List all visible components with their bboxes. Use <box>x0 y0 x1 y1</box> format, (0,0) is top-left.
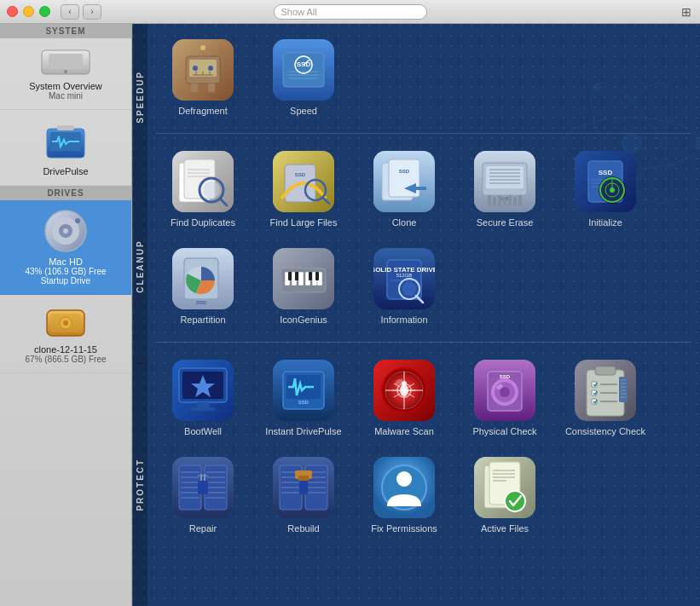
svg-rect-101 <box>288 272 292 280</box>
svg-rect-104 <box>315 272 319 280</box>
svg-rect-117 <box>196 402 210 407</box>
instant-drivepulse-icon[interactable]: SSD Instant DrivePulse <box>257 353 350 443</box>
sidebar-item-mac-hd[interactable]: Mac HD 43% (106.9 GB) Free Startup Drive <box>0 200 131 295</box>
system-overview-label: System Overview <box>29 81 102 91</box>
svg-rect-5 <box>57 125 74 130</box>
sidebar-item-drivepulse[interactable]: DrivePulse <box>0 110 131 186</box>
physical-check-label: Physical Check <box>472 426 536 436</box>
svg-rect-72 <box>493 197 496 205</box>
svg-text:SSD: SSD <box>500 374 511 379</box>
mac-hd-icon <box>43 209 88 253</box>
svg-text:SSD: SSD <box>196 300 207 305</box>
repair-label: Repair <box>189 523 217 534</box>
svg-point-129 <box>400 384 408 396</box>
defragment-icon[interactable]: Defragment <box>156 32 250 123</box>
clone-drive-sublabel: 67% (866.5 GB) Free <box>25 355 106 364</box>
svg-rect-71 <box>488 195 491 205</box>
sidebar-item-clone-drive[interactable]: clone-12-11-15 67% (866.5 GB) Free <box>0 295 131 373</box>
consistency-check-icon[interactable]: Consistency Check <box>558 353 652 443</box>
repartition-label: Repartition <box>180 315 225 325</box>
svg-point-111 <box>402 282 416 296</box>
clone-icon[interactable]: SSD Clone <box>357 144 451 234</box>
cleanup-label: CLEANUP <box>132 170 148 364</box>
repartition-icon[interactable]: SSD Repartition <box>156 241 250 332</box>
search-bar[interactable]: Show All <box>274 4 427 20</box>
minimize-button[interactable] <box>23 6 34 17</box>
svg-point-2 <box>64 70 67 73</box>
search-placeholder: Show All <box>281 7 317 17</box>
svg-rect-160 <box>619 377 628 402</box>
svg-rect-31 <box>191 84 198 92</box>
fix-permissions-icon[interactable]: Fix Permissions <box>357 450 451 540</box>
svg-point-10 <box>75 218 80 223</box>
cleanup-icons-grid: Find Duplicates <box>156 144 691 332</box>
rebuild-label: Rebuild <box>287 523 319 534</box>
consistency-check-label: Consistency Check <box>565 426 645 436</box>
svg-rect-73 <box>498 195 501 207</box>
protect-label: PROTECT <box>132 363 148 606</box>
svg-point-25 <box>193 66 198 71</box>
svg-rect-201 <box>298 476 309 481</box>
svg-rect-76 <box>513 197 517 205</box>
nav-buttons: ‹ › <box>61 4 101 20</box>
malware-scan-icon[interactable]: Malware Scan <box>357 353 451 443</box>
find-large-files-label: Find Large Files <box>270 217 338 228</box>
svg-text:SSD: SSD <box>295 172 306 177</box>
close-button[interactable] <box>7 6 18 17</box>
traffic-lights <box>7 6 50 17</box>
main-content: SYSTEM System Overview Mac mini <box>0 24 700 606</box>
system-overview-sublabel: Mac mini <box>49 91 83 101</box>
active-files-icon[interactable]: Active Files <box>458 450 552 540</box>
mac-mini-icon <box>40 47 91 78</box>
drivepulse-sidebar-label: DrivePulse <box>43 166 88 176</box>
icongenius-icon[interactable]: IconGenius <box>257 241 350 332</box>
svg-rect-1 <box>49 54 83 69</box>
svg-point-212 <box>505 491 525 511</box>
sidebar: SYSTEM System Overview Mac mini <box>0 24 132 606</box>
svg-rect-97 <box>298 272 304 286</box>
secure-erase-label: Secure Erase <box>477 217 534 228</box>
find-duplicates-label: Find Duplicates <box>171 217 235 228</box>
svg-rect-199 <box>299 479 308 494</box>
svg-text:SSD: SSD <box>298 400 310 405</box>
protect-section: BootWell <box>156 353 691 549</box>
mac-hd-startup-label: Startup Drive <box>41 276 90 286</box>
section-labels: SPEEDUP CLEANUP PROTECT <box>132 24 148 606</box>
svg-text:SSD: SSD <box>599 169 613 176</box>
svg-rect-102 <box>295 272 298 280</box>
svg-point-9 <box>63 228 68 234</box>
find-duplicates-icon[interactable]: Find Duplicates <box>156 144 250 234</box>
maximize-button[interactable] <box>39 6 50 17</box>
clone-drive-icon <box>43 303 88 341</box>
grid-view-icon[interactable]: ⊞ <box>681 5 691 19</box>
instant-drivepulse-label: Instant DrivePulse <box>265 426 341 436</box>
mac-hd-label: Mac HD <box>49 257 83 267</box>
drivepulse-sidebar-icon <box>42 118 90 163</box>
speedup-icons-grid: Defragment <box>156 32 691 123</box>
physical-check-icon[interactable]: SSD Physical Check <box>458 353 552 443</box>
repair-icon[interactable]: Repair <box>156 450 250 540</box>
rebuild-icon[interactable]: Rebuild <box>257 450 350 540</box>
icons-area: Defragment <box>148 24 700 606</box>
secure-erase-icon[interactable]: SSD Secure Erase <box>458 144 552 234</box>
svg-rect-36 <box>283 53 324 87</box>
svg-text:512GB: 512GB <box>396 273 413 278</box>
information-label: Information <box>380 315 427 325</box>
information-icon[interactable]: SOLID STATE DRIVE 512GB Information <box>357 241 451 332</box>
svg-point-204 <box>396 471 412 487</box>
bootwell-icon[interactable]: BootWell <box>156 353 250 443</box>
forward-button[interactable]: › <box>83 4 101 20</box>
speed-icon[interactable]: SSD Speed <box>257 32 350 123</box>
back-button[interactable]: ‹ <box>61 4 79 20</box>
svg-point-34 <box>200 45 205 50</box>
svg-rect-118 <box>191 407 215 411</box>
svg-rect-77 <box>518 195 522 205</box>
initialize-icon[interactable]: SSD Ini <box>558 144 652 234</box>
svg-rect-32 <box>208 84 215 92</box>
speed-label: Speed <box>290 106 317 116</box>
drives-section-header: DRIVES <box>0 186 131 200</box>
speedup-label: SPEEDUP <box>132 24 148 170</box>
sidebar-item-system-overview[interactable]: System Overview Mac mini <box>0 38 131 110</box>
defragment-label: Defragment <box>178 106 227 116</box>
find-large-files-icon[interactable]: SSD Find Large Files <box>257 144 350 234</box>
